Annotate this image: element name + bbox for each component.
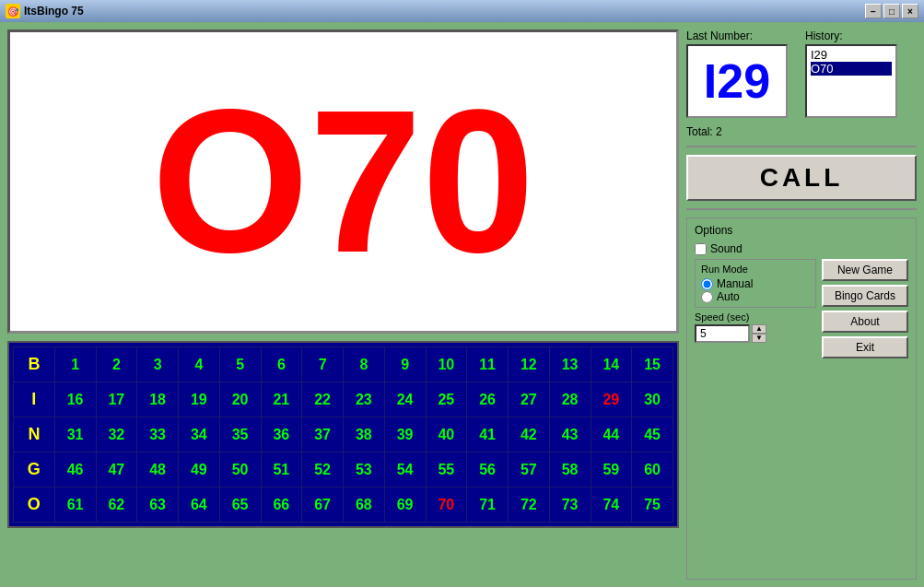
board-cell[interactable]: 50: [219, 452, 261, 487]
board-cell[interactable]: 6: [261, 347, 302, 382]
options-left: Run Mode Manual Auto Speed (sec): [695, 259, 816, 358]
board-cell[interactable]: 29: [591, 382, 632, 417]
board-cell[interactable]: 40: [426, 417, 467, 452]
bingo-cards-button[interactable]: Bingo Cards: [822, 285, 908, 307]
board-cell[interactable]: 51: [261, 452, 302, 487]
history-item[interactable]: O70: [811, 62, 892, 76]
board-cell[interactable]: 49: [179, 452, 220, 487]
board-cell[interactable]: 59: [591, 452, 632, 487]
board-cell[interactable]: 18: [137, 382, 179, 417]
board-cell[interactable]: 53: [344, 452, 385, 487]
board-cell[interactable]: 54: [384, 452, 426, 487]
board-cell[interactable]: 27: [509, 382, 550, 417]
board-cell[interactable]: 75: [632, 487, 673, 522]
board-cell[interactable]: 22: [302, 382, 344, 417]
board-cell[interactable]: 55: [426, 452, 467, 487]
maximize-button[interactable]: □: [883, 4, 900, 18]
board-cell[interactable]: 9: [384, 347, 426, 382]
board-cell[interactable]: 67: [302, 487, 344, 522]
spin-up-button[interactable]: ▲: [752, 324, 766, 334]
board-cell[interactable]: 15: [632, 347, 673, 382]
board-cell[interactable]: 17: [96, 382, 137, 417]
exit-button[interactable]: Exit: [822, 336, 908, 358]
close-button[interactable]: ×: [902, 4, 918, 18]
board-cell[interactable]: 11: [467, 347, 509, 382]
speed-section: Speed (sec) ▲ ▼: [695, 311, 816, 343]
board-cell[interactable]: 57: [509, 452, 550, 487]
board-cell[interactable]: 20: [219, 382, 261, 417]
board-cell[interactable]: 2: [96, 347, 137, 382]
board-cell[interactable]: 63: [137, 487, 179, 522]
last-number-label: Last Number:: [686, 29, 798, 42]
board-cell[interactable]: 58: [549, 452, 591, 487]
board-cell[interactable]: 47: [96, 452, 137, 487]
board-cell[interactable]: 56: [467, 452, 509, 487]
board-cell[interactable]: 52: [302, 452, 344, 487]
board-row: I161718192021222324252627282930: [14, 382, 673, 417]
board-cell[interactable]: 31: [54, 417, 96, 452]
board-cell[interactable]: 60: [632, 452, 673, 487]
board-cell[interactable]: 8: [344, 347, 385, 382]
board-cell[interactable]: 7: [302, 347, 344, 382]
board-cell[interactable]: 30: [632, 382, 673, 417]
board-cell[interactable]: 13: [549, 347, 591, 382]
board-cell[interactable]: 21: [261, 382, 302, 417]
spin-down-button[interactable]: ▼: [752, 334, 766, 343]
board-cell[interactable]: 61: [54, 487, 96, 522]
board-cell[interactable]: 3: [137, 347, 179, 382]
board-cell[interactable]: 24: [384, 382, 426, 417]
about-button[interactable]: About: [822, 311, 908, 333]
manual-radio[interactable]: [701, 278, 713, 290]
board-cell[interactable]: 16: [54, 382, 96, 417]
sound-checkbox[interactable]: [695, 243, 707, 255]
board-cell[interactable]: 43: [549, 417, 591, 452]
board-cell[interactable]: 10: [426, 347, 467, 382]
board-cell[interactable]: 19: [179, 382, 220, 417]
board-cell[interactable]: 65: [219, 487, 261, 522]
board-cell[interactable]: 37: [302, 417, 344, 452]
auto-row: Auto: [701, 290, 810, 303]
board-cell[interactable]: 14: [591, 347, 632, 382]
call-button[interactable]: CALL: [686, 155, 917, 201]
board-cell[interactable]: 69: [384, 487, 426, 522]
board-cell[interactable]: 23: [344, 382, 385, 417]
board-cell[interactable]: 28: [549, 382, 591, 417]
board-cell[interactable]: 66: [261, 487, 302, 522]
board-cell[interactable]: 38: [344, 417, 385, 452]
board-cell[interactable]: 1: [54, 347, 96, 382]
new-game-button[interactable]: New Game: [822, 259, 908, 281]
board-cell[interactable]: 68: [344, 487, 385, 522]
board-cell[interactable]: 74: [591, 487, 632, 522]
minimize-button[interactable]: −: [865, 4, 882, 18]
board-cell[interactable]: 71: [467, 487, 509, 522]
board-cell[interactable]: 44: [591, 417, 632, 452]
board-cell[interactable]: 39: [384, 417, 426, 452]
speed-input[interactable]: [695, 324, 750, 343]
board-cell[interactable]: 25: [426, 382, 467, 417]
board-cell[interactable]: 70: [426, 487, 467, 522]
board-cell[interactable]: 45: [632, 417, 673, 452]
auto-radio[interactable]: [701, 291, 713, 303]
board-cell[interactable]: 32: [96, 417, 137, 452]
board-cell[interactable]: 73: [549, 487, 591, 522]
board-cell[interactable]: 4: [179, 347, 220, 382]
history-box[interactable]: I29O70: [805, 44, 897, 118]
board-cell[interactable]: 62: [96, 487, 137, 522]
board-cell[interactable]: 26: [467, 382, 509, 417]
board-cell[interactable]: 42: [509, 417, 550, 452]
history-item[interactable]: I29: [811, 48, 892, 62]
board-cell[interactable]: 41: [467, 417, 509, 452]
board-cell[interactable]: 34: [179, 417, 220, 452]
board-cell[interactable]: 35: [219, 417, 261, 452]
manual-label: Manual: [717, 277, 753, 290]
board-cell[interactable]: 33: [137, 417, 179, 452]
board-cell[interactable]: 46: [54, 452, 96, 487]
board-cell[interactable]: 36: [261, 417, 302, 452]
sound-row: Sound: [695, 242, 908, 255]
board-cell[interactable]: 48: [137, 452, 179, 487]
board-cell[interactable]: 72: [509, 487, 550, 522]
board-cell[interactable]: 5: [219, 347, 261, 382]
options-right-buttons: New Game Bingo Cards About Exit: [822, 259, 908, 358]
board-cell[interactable]: 64: [179, 487, 220, 522]
board-cell[interactable]: 12: [509, 347, 550, 382]
